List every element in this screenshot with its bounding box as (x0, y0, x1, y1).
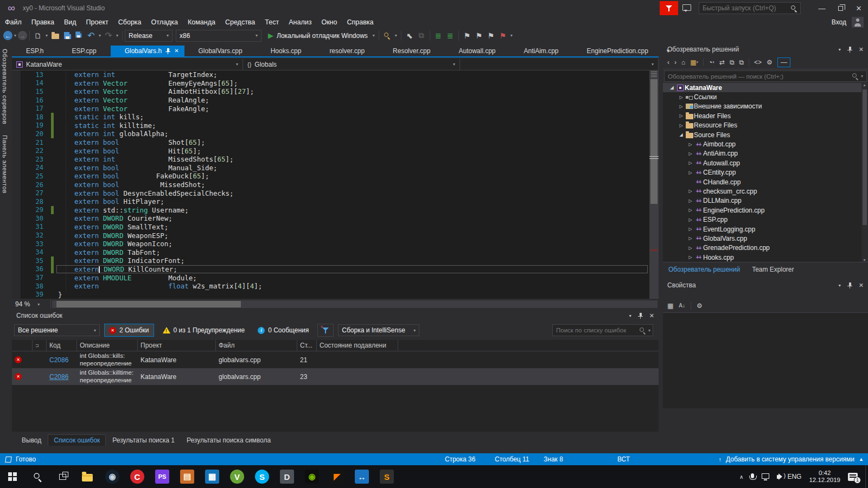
breakpoint-margin[interactable] (12, 231, 21, 240)
tree-item-header-files[interactable]: ▷Header Files (663, 111, 868, 120)
document-tab[interactable]: AntiAim.cpp (510, 46, 573, 56)
code-line-30[interactable]: 30 extern DWORD CourierNew; (12, 214, 659, 223)
preview-selected-items-icon[interactable]: — (777, 57, 790, 67)
nvidia-geforce-taskbar-button[interactable]: ◉ (299, 465, 324, 488)
error-code-link[interactable]: C2086 (49, 356, 68, 364)
clear-bookmarks-button[interactable]: ⚑ (497, 30, 509, 42)
ccleaner-taskbar-button[interactable]: C (125, 465, 150, 488)
new-file-dropdown-icon[interactable]: ▾ (44, 33, 49, 38)
microphone-icon[interactable] (751, 473, 754, 478)
configuration-combo[interactable]: Release▾ (125, 30, 173, 42)
breakpoint-margin[interactable] (12, 206, 21, 215)
expand-arrow-icon[interactable]: ▷ (678, 123, 685, 128)
member-dropdown[interactable]: ▾ (460, 59, 659, 70)
minimize-button[interactable]: — (813, 1, 831, 15)
undo-button[interactable]: ↶ (85, 30, 97, 42)
breakpoint-margin[interactable] (12, 189, 21, 197)
code-line-38[interactable]: 38 extern float w2s_matrix[4][4]; (12, 282, 659, 291)
code-line-33[interactable]: 33 extern DWORD WeaponIcon; (12, 240, 659, 248)
code-line-32[interactable]: 32 extern DWORD WeaponESP; (12, 231, 659, 240)
skype-taskbar-button[interactable]: S (250, 465, 275, 488)
menu-item-8[interactable]: Средства (220, 17, 260, 28)
expand-arrow-icon[interactable]: ▷ (687, 142, 694, 147)
breakpoint-margin[interactable] (12, 273, 21, 282)
breakpoint-margin[interactable] (12, 104, 21, 113)
code-line-23[interactable]: 23 extern int MissedShots[65]; (12, 155, 659, 164)
quick-launch-input[interactable] (703, 4, 791, 12)
scroll-down-icon[interactable]: ▼ (863, 258, 866, 262)
code-line-15[interactable]: 15 extern Vector AimbotHitbox[65][27]; (12, 87, 659, 96)
tree-item-katanaware[interactable]: ◢KatanaWare (663, 83, 868, 92)
debug-target-dropdown-icon[interactable]: ▾ (371, 33, 376, 38)
expand-arrow-icon[interactable]: ▷ (687, 151, 694, 156)
breakpoint-margin[interactable] (12, 87, 21, 96)
navigate-cursor-button[interactable]: ⬉ (404, 30, 416, 42)
menu-item-10[interactable]: Анализ (284, 17, 316, 28)
code-line-22[interactable]: 22 extern bool Hit[65]; (12, 146, 659, 155)
menu-item-11[interactable]: Окно (316, 17, 342, 28)
platform-combo[interactable]: x86▾ (176, 30, 261, 42)
breakpoint-margin[interactable] (12, 256, 21, 265)
language-indicator[interactable]: ENG (787, 473, 801, 480)
save-all-button[interactable] (73, 30, 85, 42)
expand-arrow-icon[interactable]: ▷ (687, 236, 694, 241)
document-tab[interactable]: Resolver.cpp (379, 46, 444, 56)
breakpoint-margin[interactable] (12, 290, 21, 299)
code-line-27[interactable]: 27 extern bool DesyncEnabledSpecialCheck… (12, 189, 659, 197)
expand-arrow-icon[interactable]: ▷ (687, 217, 694, 222)
menu-item-7[interactable]: Команда (183, 17, 220, 28)
document-tab[interactable]: GlobalVars.h✕ (111, 46, 184, 56)
errors-filter-button[interactable]: ✕ 2 Ошибки (104, 324, 154, 337)
previous-bookmark-button[interactable]: ⚑ (473, 30, 485, 42)
expand-arrow-icon[interactable]: ▷ (687, 170, 694, 175)
tree-item-hooks-cpp[interactable]: ▷++Hooks.cpp (663, 253, 868, 262)
error-row[interactable]: ✕C2086int Globals::kills: переопределени… (12, 351, 659, 368)
alphabetical-icon[interactable]: A↓ (679, 303, 685, 309)
code-line-31[interactable]: 31 extern DWORD SmallText; (12, 223, 659, 232)
properties-icon[interactable]: ⚙ (767, 59, 773, 66)
expand-arrow-icon[interactable]: ▷ (678, 113, 685, 118)
column-header-4[interactable]: Файл (216, 340, 297, 351)
add-to-source-control-button[interactable]: ↑ Добавить в систему управления версиями… (719, 455, 864, 463)
code-editor[interactable]: 13 extern int TargetIndex;14 extern Vect… (12, 70, 659, 299)
redo-dropdown-icon[interactable]: ▾ (114, 33, 120, 38)
code-line-26[interactable]: 26 extern bool MissedShot; (12, 181, 659, 189)
decrease-indent-button[interactable]: ≣ (432, 30, 444, 42)
collapse-arrow-icon[interactable]: ◢ (668, 85, 675, 90)
menu-item-1[interactable]: Файл (0, 17, 27, 28)
menu-item-3[interactable]: Вид (59, 17, 81, 28)
code-line-13[interactable]: 13 extern int TargetIndex; (12, 70, 659, 79)
breakpoint-margin[interactable] (12, 282, 21, 291)
find-in-files-button[interactable] (381, 30, 393, 42)
menu-item-2[interactable]: Правка (27, 17, 59, 28)
tree-item-eventlogging-cpp[interactable]: ▷++EventLogging.cpp (663, 224, 868, 234)
code-line-21[interactable]: 21 extern bool Shot[65]; (12, 138, 659, 147)
menu-item-4[interactable]: Проект (81, 17, 113, 28)
breakpoint-margin[interactable] (12, 223, 21, 232)
breakpoint-margin[interactable] (12, 172, 21, 181)
pending-changes-filter-icon[interactable]: ◔▾ (709, 59, 714, 66)
warnings-filter-button[interactable]: 0 из 1 Предупреждение (158, 324, 250, 337)
teamviewer-taskbar-button[interactable]: ↔ (349, 465, 374, 488)
undo-dropdown-icon[interactable]: ▾ (97, 33, 103, 38)
tree-item-ссылки[interactable]: ▷Ссылки (663, 92, 868, 101)
close-icon[interactable]: ✕ (859, 282, 864, 289)
document-tab[interactable]: ESP.cpp (58, 46, 110, 56)
expand-arrow-icon[interactable]: ▷ (687, 208, 694, 213)
tree-item-globalvars-cpp[interactable]: ▷++GlobalVars.cpp (663, 234, 868, 243)
menu-item-6[interactable]: Отладка (146, 17, 183, 28)
categorized-icon[interactable]: ▦ (667, 302, 673, 310)
tree-item-внешние-зависимости[interactable]: ▷Внешние зависимости (663, 102, 868, 111)
breakpoint-margin[interactable] (12, 240, 21, 248)
column-header-2[interactable]: Описание (77, 340, 138, 351)
breakpoint-margin[interactable] (12, 121, 21, 130)
breakpoint-margin[interactable] (12, 248, 21, 256)
editor-vertical-scrollbar[interactable] (649, 70, 659, 299)
code-line-28[interactable]: 28 extern bool HitPlayer; (12, 197, 659, 206)
breakpoint-margin[interactable] (12, 181, 21, 189)
show-desktop-button[interactable] (865, 465, 868, 488)
expand-arrow-icon[interactable]: ▷ (687, 189, 694, 194)
breakpoint-margin[interactable] (12, 138, 21, 147)
msi-afterburner-taskbar-button[interactable]: ◤ (324, 465, 349, 488)
find-dropdown-icon[interactable]: ▾ (393, 33, 399, 38)
